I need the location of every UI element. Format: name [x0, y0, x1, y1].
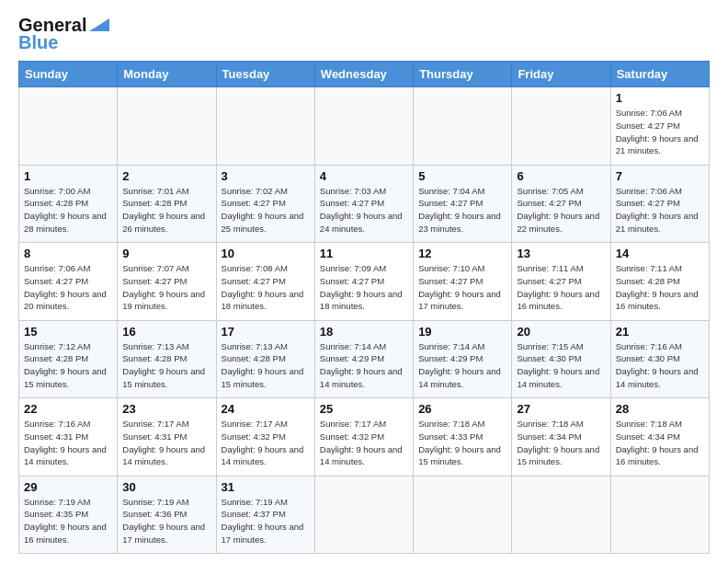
day-info: Sunrise: 7:14 AM Sunset: 4:29 PM Dayligh…	[418, 340, 506, 391]
day-number: 20	[517, 325, 605, 339]
day-info: Sunrise: 7:11 AM Sunset: 4:27 PM Dayligh…	[517, 262, 605, 313]
calendar-cell: 26 Sunrise: 7:18 AM Sunset: 4:33 PM Dayl…	[414, 398, 512, 477]
day-number: 13	[517, 247, 605, 260]
calendar-cell: 23 Sunrise: 7:17 AM Sunset: 4:31 PM Dayl…	[118, 398, 216, 477]
calendar-cell	[512, 87, 610, 166]
week-row-3: 8 Sunrise: 7:06 AM Sunset: 4:27 PM Dayli…	[19, 243, 710, 321]
day-info: Sunrise: 7:17 AM Sunset: 4:32 PM Dayligh…	[222, 418, 310, 468]
calendar-cell: 16 Sunrise: 7:13 AM Sunset: 4:28 PM Dayl…	[118, 320, 216, 398]
day-number: 6	[517, 169, 605, 183]
calendar-cell: 21 Sunrise: 7:16 AM Sunset: 4:30 PM Dayl…	[610, 320, 709, 398]
day-number: 4	[320, 169, 408, 183]
calendar-cell: 3 Sunrise: 7:02 AM Sunset: 4:27 PM Dayli…	[216, 165, 314, 243]
calendar-cell	[610, 476, 709, 554]
day-info: Sunrise: 7:19 AM Sunset: 4:35 PM Dayligh…	[24, 496, 112, 546]
day-number: 2	[122, 169, 210, 183]
day-number: 16	[122, 325, 210, 339]
calendar-cell: 22 Sunrise: 7:16 AM Sunset: 4:31 PM Dayl…	[19, 398, 118, 477]
day-number: 23	[122, 402, 210, 416]
calendar-cell	[118, 87, 216, 166]
day-number: 3	[222, 169, 310, 183]
day-info: Sunrise: 7:13 AM Sunset: 4:28 PM Dayligh…	[222, 340, 310, 391]
day-number: 17	[222, 325, 310, 339]
calendar-cell: 13 Sunrise: 7:11 AM Sunset: 4:27 PM Dayl…	[512, 243, 610, 321]
day-info: Sunrise: 7:07 AM Sunset: 4:27 PM Dayligh…	[122, 262, 210, 313]
day-number: 30	[122, 480, 210, 494]
day-info: Sunrise: 7:12 AM Sunset: 4:28 PM Dayligh…	[24, 340, 112, 391]
day-number: 14	[616, 247, 704, 260]
day-header-saturday: Saturday	[610, 62, 709, 87]
day-number: 18	[320, 325, 408, 339]
day-header-wednesday: Wednesday	[314, 62, 413, 87]
calendar-cell	[314, 87, 413, 166]
week-row-4: 15 Sunrise: 7:12 AM Sunset: 4:28 PM Dayl…	[19, 320, 710, 398]
day-info: Sunrise: 7:15 AM Sunset: 4:30 PM Dayligh…	[517, 340, 605, 391]
day-number: 24	[222, 402, 310, 416]
day-info: Sunrise: 7:18 AM Sunset: 4:33 PM Dayligh…	[418, 418, 506, 468]
day-info: Sunrise: 7:08 AM Sunset: 4:27 PM Dayligh…	[222, 262, 310, 313]
day-info: Sunrise: 7:05 AM Sunset: 4:27 PM Dayligh…	[517, 185, 605, 236]
day-number: 7	[616, 169, 704, 183]
calendar-cell: 18 Sunrise: 7:14 AM Sunset: 4:29 PM Dayl…	[314, 320, 413, 398]
calendar-cell: 2 Sunrise: 7:01 AM Sunset: 4:28 PM Dayli…	[118, 165, 216, 243]
calendar-cell	[414, 476, 512, 554]
calendar-cell	[19, 87, 118, 166]
calendar-cell: 28 Sunrise: 7:18 AM Sunset: 4:34 PM Dayl…	[610, 398, 709, 477]
calendar-cell	[216, 87, 314, 166]
calendar-cell: 30 Sunrise: 7:19 AM Sunset: 4:36 PM Dayl…	[118, 476, 216, 554]
calendar-cell: 27 Sunrise: 7:18 AM Sunset: 4:34 PM Dayl…	[512, 398, 610, 477]
day-info: Sunrise: 7:13 AM Sunset: 4:28 PM Dayligh…	[122, 340, 210, 391]
day-info: Sunrise: 7:19 AM Sunset: 4:36 PM Dayligh…	[122, 496, 210, 546]
day-number: 11	[320, 247, 408, 260]
calendar-cell: 9 Sunrise: 7:07 AM Sunset: 4:27 PM Dayli…	[118, 243, 216, 321]
day-info: Sunrise: 7:14 AM Sunset: 4:29 PM Dayligh…	[320, 340, 408, 391]
day-number: 27	[517, 402, 605, 416]
day-number: 1	[616, 91, 704, 105]
day-info: Sunrise: 7:01 AM Sunset: 4:28 PM Dayligh…	[122, 185, 210, 236]
calendar-cell: 14 Sunrise: 7:11 AM Sunset: 4:28 PM Dayl…	[610, 243, 709, 321]
day-number: 29	[24, 480, 112, 494]
day-number: 21	[616, 325, 704, 339]
calendar-cell	[512, 476, 610, 554]
calendar-cell: 1 Sunrise: 7:00 AM Sunset: 4:28 PM Dayli…	[19, 165, 118, 243]
week-row-5: 22 Sunrise: 7:16 AM Sunset: 4:31 PM Dayl…	[19, 398, 710, 477]
day-info: Sunrise: 7:00 AM Sunset: 4:28 PM Dayligh…	[24, 185, 112, 236]
logo: General Blue	[18, 15, 109, 53]
calendar-cell: 1 Sunrise: 7:06 AM Sunset: 4:27 PM Dayli…	[610, 87, 709, 166]
header: General Blue	[18, 15, 710, 53]
calendar-cell: 19 Sunrise: 7:14 AM Sunset: 4:29 PM Dayl…	[414, 320, 512, 398]
logo-icon	[89, 18, 109, 31]
calendar-cell: 10 Sunrise: 7:08 AM Sunset: 4:27 PM Dayl…	[216, 243, 314, 321]
week-row-6: 29 Sunrise: 7:19 AM Sunset: 4:35 PM Dayl…	[19, 476, 710, 554]
calendar-cell: 4 Sunrise: 7:03 AM Sunset: 4:27 PM Dayli…	[314, 165, 413, 243]
day-info: Sunrise: 7:17 AM Sunset: 4:32 PM Dayligh…	[320, 418, 408, 468]
day-number: 31	[222, 480, 310, 494]
calendar: SundayMondayTuesdayWednesdayThursdayFrid…	[18, 61, 710, 554]
calendar-cell: 25 Sunrise: 7:17 AM Sunset: 4:32 PM Dayl…	[314, 398, 413, 477]
calendar-header-row: SundayMondayTuesdayWednesdayThursdayFrid…	[19, 62, 710, 87]
calendar-cell	[414, 87, 512, 166]
page: General Blue SundayMondayTuesdayWednesda…	[0, 0, 728, 563]
day-info: Sunrise: 7:10 AM Sunset: 4:27 PM Dayligh…	[418, 262, 506, 313]
day-number: 28	[616, 402, 704, 416]
day-number: 15	[24, 325, 112, 339]
day-info: Sunrise: 7:06 AM Sunset: 4:27 PM Dayligh…	[616, 107, 704, 157]
day-header-friday: Friday	[512, 62, 610, 87]
day-number: 1	[24, 169, 112, 183]
calendar-cell: 24 Sunrise: 7:17 AM Sunset: 4:32 PM Dayl…	[216, 398, 314, 477]
day-number: 8	[24, 247, 112, 260]
calendar-cell: 8 Sunrise: 7:06 AM Sunset: 4:27 PM Dayli…	[19, 243, 118, 321]
calendar-cell: 5 Sunrise: 7:04 AM Sunset: 4:27 PM Dayli…	[414, 165, 512, 243]
day-info: Sunrise: 7:19 AM Sunset: 4:37 PM Dayligh…	[222, 496, 310, 546]
calendar-cell: 17 Sunrise: 7:13 AM Sunset: 4:28 PM Dayl…	[216, 320, 314, 398]
calendar-cell: 29 Sunrise: 7:19 AM Sunset: 4:35 PM Dayl…	[19, 476, 118, 554]
day-info: Sunrise: 7:09 AM Sunset: 4:27 PM Dayligh…	[320, 262, 408, 313]
calendar-cell: 6 Sunrise: 7:05 AM Sunset: 4:27 PM Dayli…	[512, 165, 610, 243]
day-info: Sunrise: 7:17 AM Sunset: 4:31 PM Dayligh…	[122, 418, 210, 468]
calendar-cell: 31 Sunrise: 7:19 AM Sunset: 4:37 PM Dayl…	[216, 476, 314, 554]
day-info: Sunrise: 7:16 AM Sunset: 4:30 PM Dayligh…	[616, 340, 704, 391]
day-number: 12	[418, 247, 506, 260]
day-info: Sunrise: 7:18 AM Sunset: 4:34 PM Dayligh…	[616, 418, 704, 468]
day-info: Sunrise: 7:04 AM Sunset: 4:27 PM Dayligh…	[418, 185, 506, 236]
calendar-cell: 7 Sunrise: 7:06 AM Sunset: 4:27 PM Dayli…	[610, 165, 709, 243]
